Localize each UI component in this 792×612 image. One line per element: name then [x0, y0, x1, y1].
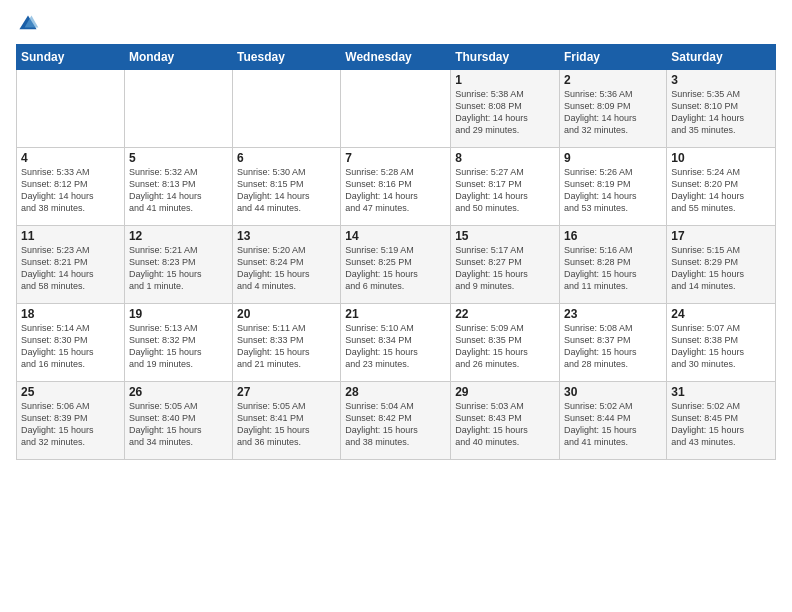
calendar-cell: 20Sunrise: 5:11 AM Sunset: 8:33 PM Dayli… [233, 304, 341, 382]
day-number: 20 [237, 307, 336, 321]
day-number: 1 [455, 73, 555, 87]
day-info: Sunrise: 5:36 AM Sunset: 8:09 PM Dayligh… [564, 88, 662, 137]
day-number: 23 [564, 307, 662, 321]
day-number: 15 [455, 229, 555, 243]
day-info: Sunrise: 5:10 AM Sunset: 8:34 PM Dayligh… [345, 322, 446, 371]
day-info: Sunrise: 5:26 AM Sunset: 8:19 PM Dayligh… [564, 166, 662, 215]
calendar-cell [341, 70, 451, 148]
week-row-4: 18Sunrise: 5:14 AM Sunset: 8:30 PM Dayli… [17, 304, 776, 382]
day-number: 18 [21, 307, 120, 321]
day-info: Sunrise: 5:06 AM Sunset: 8:39 PM Dayligh… [21, 400, 120, 449]
day-number: 7 [345, 151, 446, 165]
calendar-cell: 12Sunrise: 5:21 AM Sunset: 8:23 PM Dayli… [124, 226, 232, 304]
logo-icon [16, 12, 40, 36]
calendar-cell: 22Sunrise: 5:09 AM Sunset: 8:35 PM Dayli… [451, 304, 560, 382]
day-header-saturday: Saturday [667, 45, 776, 70]
day-info: Sunrise: 5:30 AM Sunset: 8:15 PM Dayligh… [237, 166, 336, 215]
week-row-2: 4Sunrise: 5:33 AM Sunset: 8:12 PM Daylig… [17, 148, 776, 226]
day-info: Sunrise: 5:19 AM Sunset: 8:25 PM Dayligh… [345, 244, 446, 293]
day-info: Sunrise: 5:33 AM Sunset: 8:12 PM Dayligh… [21, 166, 120, 215]
logo [16, 12, 44, 36]
day-number: 6 [237, 151, 336, 165]
day-number: 2 [564, 73, 662, 87]
calendar-cell [124, 70, 232, 148]
day-header-tuesday: Tuesday [233, 45, 341, 70]
calendar-cell: 4Sunrise: 5:33 AM Sunset: 8:12 PM Daylig… [17, 148, 125, 226]
calendar-cell: 1Sunrise: 5:38 AM Sunset: 8:08 PM Daylig… [451, 70, 560, 148]
day-number: 11 [21, 229, 120, 243]
day-number: 29 [455, 385, 555, 399]
page: SundayMondayTuesdayWednesdayThursdayFrid… [0, 0, 792, 612]
calendar-cell: 18Sunrise: 5:14 AM Sunset: 8:30 PM Dayli… [17, 304, 125, 382]
day-number: 21 [345, 307, 446, 321]
day-number: 16 [564, 229, 662, 243]
day-info: Sunrise: 5:09 AM Sunset: 8:35 PM Dayligh… [455, 322, 555, 371]
calendar-cell: 28Sunrise: 5:04 AM Sunset: 8:42 PM Dayli… [341, 382, 451, 460]
day-info: Sunrise: 5:02 AM Sunset: 8:44 PM Dayligh… [564, 400, 662, 449]
day-number: 8 [455, 151, 555, 165]
day-info: Sunrise: 5:03 AM Sunset: 8:43 PM Dayligh… [455, 400, 555, 449]
calendar-cell: 16Sunrise: 5:16 AM Sunset: 8:28 PM Dayli… [560, 226, 667, 304]
calendar-cell [233, 70, 341, 148]
day-number: 19 [129, 307, 228, 321]
day-info: Sunrise: 5:05 AM Sunset: 8:41 PM Dayligh… [237, 400, 336, 449]
day-header-sunday: Sunday [17, 45, 125, 70]
day-info: Sunrise: 5:11 AM Sunset: 8:33 PM Dayligh… [237, 322, 336, 371]
day-number: 4 [21, 151, 120, 165]
calendar-header-row: SundayMondayTuesdayWednesdayThursdayFrid… [17, 45, 776, 70]
calendar-cell: 24Sunrise: 5:07 AM Sunset: 8:38 PM Dayli… [667, 304, 776, 382]
day-number: 24 [671, 307, 771, 321]
calendar-cell: 30Sunrise: 5:02 AM Sunset: 8:44 PM Dayli… [560, 382, 667, 460]
day-info: Sunrise: 5:38 AM Sunset: 8:08 PM Dayligh… [455, 88, 555, 137]
day-header-wednesday: Wednesday [341, 45, 451, 70]
day-number: 10 [671, 151, 771, 165]
calendar-cell: 25Sunrise: 5:06 AM Sunset: 8:39 PM Dayli… [17, 382, 125, 460]
calendar-cell: 19Sunrise: 5:13 AM Sunset: 8:32 PM Dayli… [124, 304, 232, 382]
week-row-1: 1Sunrise: 5:38 AM Sunset: 8:08 PM Daylig… [17, 70, 776, 148]
day-number: 25 [21, 385, 120, 399]
calendar-cell: 9Sunrise: 5:26 AM Sunset: 8:19 PM Daylig… [560, 148, 667, 226]
calendar-cell: 5Sunrise: 5:32 AM Sunset: 8:13 PM Daylig… [124, 148, 232, 226]
day-header-monday: Monday [124, 45, 232, 70]
calendar-cell: 31Sunrise: 5:02 AM Sunset: 8:45 PM Dayli… [667, 382, 776, 460]
calendar-cell: 27Sunrise: 5:05 AM Sunset: 8:41 PM Dayli… [233, 382, 341, 460]
day-number: 22 [455, 307, 555, 321]
day-info: Sunrise: 5:27 AM Sunset: 8:17 PM Dayligh… [455, 166, 555, 215]
day-info: Sunrise: 5:17 AM Sunset: 8:27 PM Dayligh… [455, 244, 555, 293]
day-info: Sunrise: 5:35 AM Sunset: 8:10 PM Dayligh… [671, 88, 771, 137]
day-info: Sunrise: 5:05 AM Sunset: 8:40 PM Dayligh… [129, 400, 228, 449]
calendar-cell: 10Sunrise: 5:24 AM Sunset: 8:20 PM Dayli… [667, 148, 776, 226]
day-number: 13 [237, 229, 336, 243]
day-number: 26 [129, 385, 228, 399]
calendar-cell: 7Sunrise: 5:28 AM Sunset: 8:16 PM Daylig… [341, 148, 451, 226]
calendar-cell: 3Sunrise: 5:35 AM Sunset: 8:10 PM Daylig… [667, 70, 776, 148]
day-info: Sunrise: 5:02 AM Sunset: 8:45 PM Dayligh… [671, 400, 771, 449]
calendar-cell: 23Sunrise: 5:08 AM Sunset: 8:37 PM Dayli… [560, 304, 667, 382]
day-info: Sunrise: 5:16 AM Sunset: 8:28 PM Dayligh… [564, 244, 662, 293]
calendar-cell: 15Sunrise: 5:17 AM Sunset: 8:27 PM Dayli… [451, 226, 560, 304]
calendar-cell: 8Sunrise: 5:27 AM Sunset: 8:17 PM Daylig… [451, 148, 560, 226]
day-header-thursday: Thursday [451, 45, 560, 70]
week-row-5: 25Sunrise: 5:06 AM Sunset: 8:39 PM Dayli… [17, 382, 776, 460]
day-info: Sunrise: 5:08 AM Sunset: 8:37 PM Dayligh… [564, 322, 662, 371]
day-info: Sunrise: 5:14 AM Sunset: 8:30 PM Dayligh… [21, 322, 120, 371]
day-header-friday: Friday [560, 45, 667, 70]
day-info: Sunrise: 5:07 AM Sunset: 8:38 PM Dayligh… [671, 322, 771, 371]
day-info: Sunrise: 5:32 AM Sunset: 8:13 PM Dayligh… [129, 166, 228, 215]
day-number: 9 [564, 151, 662, 165]
calendar-cell: 11Sunrise: 5:23 AM Sunset: 8:21 PM Dayli… [17, 226, 125, 304]
day-info: Sunrise: 5:04 AM Sunset: 8:42 PM Dayligh… [345, 400, 446, 449]
calendar-cell: 29Sunrise: 5:03 AM Sunset: 8:43 PM Dayli… [451, 382, 560, 460]
calendar-cell [17, 70, 125, 148]
calendar-cell: 17Sunrise: 5:15 AM Sunset: 8:29 PM Dayli… [667, 226, 776, 304]
day-info: Sunrise: 5:20 AM Sunset: 8:24 PM Dayligh… [237, 244, 336, 293]
calendar: SundayMondayTuesdayWednesdayThursdayFrid… [16, 44, 776, 460]
week-row-3: 11Sunrise: 5:23 AM Sunset: 8:21 PM Dayli… [17, 226, 776, 304]
calendar-cell: 6Sunrise: 5:30 AM Sunset: 8:15 PM Daylig… [233, 148, 341, 226]
day-info: Sunrise: 5:28 AM Sunset: 8:16 PM Dayligh… [345, 166, 446, 215]
day-info: Sunrise: 5:13 AM Sunset: 8:32 PM Dayligh… [129, 322, 228, 371]
day-number: 5 [129, 151, 228, 165]
calendar-cell: 21Sunrise: 5:10 AM Sunset: 8:34 PM Dayli… [341, 304, 451, 382]
day-info: Sunrise: 5:21 AM Sunset: 8:23 PM Dayligh… [129, 244, 228, 293]
day-number: 27 [237, 385, 336, 399]
